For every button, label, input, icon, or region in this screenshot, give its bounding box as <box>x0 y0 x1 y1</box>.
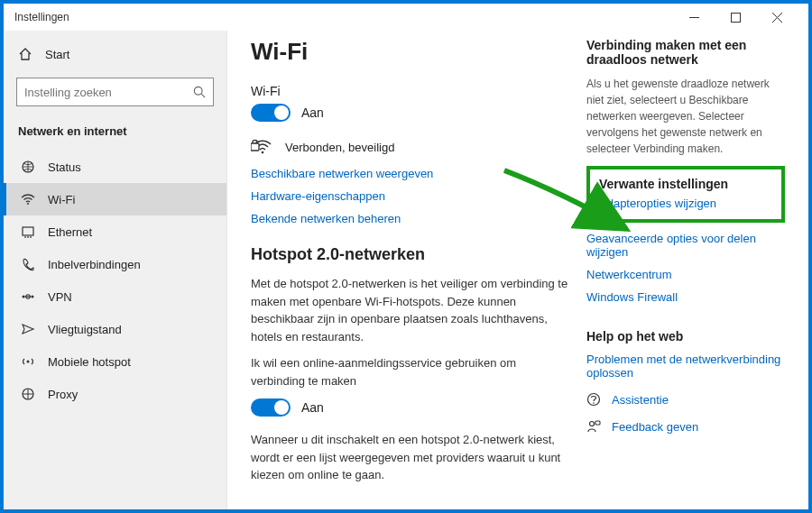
window-body: Start Netwerk en internet Status Wi-Fi <box>4 31 808 509</box>
titlebar: Instellingen <box>4 4 808 31</box>
window-title: Instellingen <box>14 11 69 23</box>
connect-heading: Verbinding maken met een draadloos netwe… <box>586 38 785 67</box>
hotspot-note: Wanneer u dit inschakelt en een hotspot … <box>251 431 568 484</box>
home-label: Start <box>45 48 69 61</box>
help-heading: Help op het web <box>586 329 785 344</box>
search-input[interactable] <box>24 86 193 99</box>
minimize-icon <box>689 17 699 18</box>
sidebar-item-label: Vliegtuigstand <box>48 323 122 336</box>
help-section: Help op het web Problemen met de netwerk… <box>586 329 785 434</box>
sidebar-item-label: Proxy <box>48 388 78 401</box>
hotspot-optin: Ik wil een online-aanmeldingsservice geb… <box>251 354 568 389</box>
link-sharing-options[interactable]: Geavanceerde opties voor delen wijzigen <box>586 232 785 259</box>
search-icon <box>193 86 206 98</box>
content: Wi-Fi Wi-Fi Aan Verbonde <box>227 31 808 509</box>
hotspot-icon <box>21 354 35 369</box>
hotspot-toggle[interactable] <box>251 398 291 417</box>
assist-icon <box>586 392 601 407</box>
aside-column: Verbinding maken met een draadloos netwe… <box>586 38 785 491</box>
sidebar-item-label: Status <box>48 160 81 174</box>
link-network-center[interactable]: Netwerkcentrum <box>586 268 785 281</box>
svg-point-7 <box>32 296 34 298</box>
settings-window: Instellingen Start <box>4 4 808 509</box>
sidebar-item-hotspot[interactable]: Mobiele hotspot <box>4 345 226 378</box>
sidebar-item-ethernet[interactable]: Ethernet <box>4 215 226 248</box>
svg-rect-0 <box>689 17 699 18</box>
maximize-button[interactable] <box>715 4 756 31</box>
sidebar-item-status[interactable]: Status <box>4 151 226 183</box>
search-input-container[interactable] <box>16 78 214 106</box>
status-icon <box>21 160 35 174</box>
wifi-toggle-label: Aan <box>301 105 324 120</box>
maximize-icon <box>731 13 741 23</box>
sidebar-item-vpn[interactable]: VPN <box>4 280 226 313</box>
sidebar-nav: Status Wi-Fi Ethernet Inbelverbindingen … <box>4 151 226 410</box>
sidebar-item-label: Inbelverbindingen <box>48 258 141 271</box>
minimize-button[interactable] <box>673 4 715 31</box>
sidebar-item-label: Ethernet <box>48 225 92 239</box>
sidebar-item-dialup[interactable]: Inbelverbindingen <box>4 248 226 280</box>
assist-label: Assistentie <box>612 393 669 407</box>
hotspot-toggle-row: Aan <box>251 398 568 417</box>
wifi-toggle-row: Aan <box>251 104 568 122</box>
sidebar-item-wifi[interactable]: Wi-Fi <box>4 183 226 215</box>
sidebar-section-label: Netwerk en internet <box>4 119 226 151</box>
hotspot-desc: Met de hotspot 2.0-netwerken is het veil… <box>251 275 568 345</box>
connect-desc: Als u het gewenste draadloze netwerk nie… <box>586 76 785 157</box>
ethernet-icon <box>21 224 35 239</box>
svg-point-9 <box>27 361 30 363</box>
feedback-label: Feedback geven <box>612 420 698 434</box>
link-troubleshoot[interactable]: Problemen met de netwerkverbinding oplos… <box>586 353 785 380</box>
airplane-icon <box>21 322 35 336</box>
link-windows-firewall[interactable]: Windows Firewall <box>586 290 785 304</box>
proxy-icon <box>21 387 35 401</box>
related-heading: Verwante instellingen <box>599 177 772 191</box>
svg-rect-12 <box>251 143 259 151</box>
wifi-label: Wi-Fi <box>251 84 568 98</box>
home-icon <box>18 47 32 61</box>
vpn-icon <box>21 289 35 304</box>
svg-point-6 <box>23 296 25 298</box>
close-icon <box>772 13 782 23</box>
svg-rect-1 <box>731 13 740 22</box>
sidebar-item-airplane[interactable]: Vliegtuigstand <box>4 313 226 345</box>
link-show-networks[interactable]: Beschikbare netwerken weergeven <box>251 167 568 180</box>
sidebar: Start Netwerk en internet Status Wi-Fi <box>4 31 227 509</box>
svg-point-15 <box>590 422 595 426</box>
wifi-icon <box>21 192 35 206</box>
window-controls <box>673 4 798 31</box>
hotspot-heading: Hotspot 2.0-netwerken <box>251 245 568 264</box>
main-column: Wi-Fi Wi-Fi Aan Verbonde <box>251 38 568 491</box>
svg-point-11 <box>262 151 264 154</box>
hotspot-toggle-label: Aan <box>301 400 324 415</box>
related-settings-box: Verwante instellingen Adapteropties wijz… <box>586 166 785 223</box>
svg-point-14 <box>593 402 595 404</box>
sidebar-item-label: VPN <box>48 290 72 304</box>
sidebar-item-proxy[interactable]: Proxy <box>4 378 226 410</box>
wifi-secured-icon <box>251 136 274 158</box>
dialup-icon <box>21 257 35 271</box>
feedback-icon <box>586 419 601 434</box>
svg-point-2 <box>194 87 202 95</box>
svg-rect-16 <box>595 421 600 425</box>
svg-point-4 <box>27 203 29 205</box>
wifi-status-text: Verbonden, beveiligd <box>285 141 394 154</box>
page-title: Wi-Fi <box>251 38 568 66</box>
wifi-toggle[interactable] <box>251 104 291 122</box>
link-hardware-props[interactable]: Hardware-eigenschappen <box>251 189 568 203</box>
wifi-status-row: Verbonden, beveiligd <box>251 136 568 158</box>
sidebar-item-label: Mobiele hotspot <box>48 355 131 369</box>
home-button[interactable]: Start <box>4 40 226 69</box>
sidebar-item-label: Wi-Fi <box>48 193 75 206</box>
close-button[interactable] <box>756 4 798 31</box>
svg-rect-5 <box>23 227 33 235</box>
link-feedback[interactable]: Feedback geven <box>586 419 785 434</box>
link-manage-known[interactable]: Bekende netwerken beheren <box>251 212 568 225</box>
link-adapter-options[interactable]: Adapteropties wijzigen <box>599 197 772 210</box>
link-assist[interactable]: Assistentie <box>586 392 785 407</box>
